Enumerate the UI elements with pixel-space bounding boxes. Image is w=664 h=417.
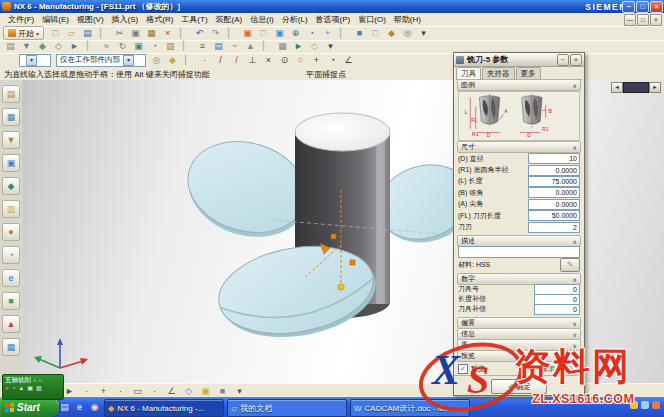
field-value-input[interactable]: 10 <box>528 153 580 164</box>
separator[interactable]: ▏ <box>336 26 351 40</box>
description-text-input[interactable] <box>458 246 580 258</box>
part-navigator-icon[interactable]: ▼ <box>2 131 20 149</box>
menu-item[interactable]: 文件(F) <box>4 14 38 25</box>
menu-item[interactable]: 信息(I) <box>246 14 278 25</box>
redo-icon[interactable]: ↷ <box>208 26 223 40</box>
measure-icon[interactable]: ∠ <box>164 384 179 398</box>
separator[interactable]: ▏ <box>176 26 191 40</box>
resize-icon[interactable]: ↔ <box>37 376 43 384</box>
zoom-icon[interactable]: ⊕ <box>288 26 303 40</box>
shaded-cube-icon[interactable]: ■ <box>215 384 230 398</box>
menu-item[interactable]: 编辑(E) <box>38 14 73 25</box>
scroll-left-button[interactable]: ◄ <box>611 82 623 93</box>
zoom-capture-icon[interactable]: ◔ <box>12 384 16 393</box>
tray-icon[interactable] <box>652 401 660 409</box>
scroll-right-button[interactable]: ► <box>649 82 661 93</box>
dialog-tab[interactable]: 更多 <box>516 67 541 79</box>
field-value-input[interactable]: 0 <box>534 304 580 315</box>
dialog-tab[interactable]: 刀具 <box>456 67 481 79</box>
show-desktop-icon[interactable]: ▤ <box>58 400 71 413</box>
snap-existing-point-icon[interactable]: + <box>309 53 324 67</box>
dialog-close-button[interactable]: × <box>570 54 582 66</box>
snap-settings-icon[interactable]: ◎ <box>149 53 164 67</box>
ok-button[interactable]: ✓ 确定 <box>491 379 547 394</box>
snap-quadrant-icon[interactable]: ○ <box>293 53 308 67</box>
screen-recorder-overlay[interactable]: 五轴铣削 ♪↔ ●◔▲▣▥ <box>2 374 64 400</box>
dropdown-dot-icon[interactable]: · <box>113 384 128 398</box>
roles-icon[interactable]: ▦ <box>2 338 20 356</box>
dialog-titlebar[interactable]: 铣刀-5 参数 − × <box>454 53 584 67</box>
reuse-library-icon[interactable]: ▥ <box>2 200 20 218</box>
separator[interactable]: ▏ <box>181 53 196 67</box>
save-icon[interactable]: ▤ <box>80 26 95 40</box>
field-value-input[interactable]: 0.0000 <box>528 165 580 176</box>
snap-angle-icon[interactable]: ∠ <box>341 53 356 67</box>
field-value-input[interactable]: 75.0000 <box>528 176 580 187</box>
field-value-input[interactable]: 50.0000 <box>528 210 580 221</box>
paste-icon[interactable]: ▦ <box>144 26 159 40</box>
verify-toolpath-icon[interactable]: ▣ <box>131 40 146 54</box>
field-value-input[interactable]: 0.0000 <box>528 187 580 198</box>
menu-item[interactable]: 窗口(O) <box>354 14 390 25</box>
cut-icon[interactable]: ✂ <box>112 26 127 40</box>
record-icon[interactable]: ● <box>5 384 9 393</box>
separator[interactable]: ▏ <box>224 26 239 40</box>
select-tool-icon[interactable]: ► <box>62 384 77 398</box>
windows-start-button[interactable]: Start <box>0 397 59 417</box>
show-preview-button[interactable]: ⊙ <box>558 362 580 376</box>
menu-item[interactable]: 格式(R) <box>142 14 177 25</box>
create-operation-icon[interactable]: ► <box>67 40 82 54</box>
mdi-restore-button[interactable]: □ <box>637 14 649 26</box>
undo-icon[interactable]: ↶ <box>192 26 207 40</box>
menu-item[interactable]: 分析(L) <box>278 14 312 25</box>
media-player-icon[interactable]: ◉ <box>88 400 101 413</box>
separator[interactable]: ▏ <box>83 40 98 54</box>
field-value-input[interactable]: 0.0000 <box>528 199 580 210</box>
snap-intersection-icon[interactable]: × <box>261 53 276 67</box>
shop-doc-icon[interactable]: ▤ <box>211 40 226 54</box>
window-icon[interactable]: □ <box>256 26 271 40</box>
taskbar-task-button[interactable]: ◆ NX 6 - Manufacturing -... <box>104 399 224 417</box>
wireframe-view-icon[interactable]: □ <box>368 26 383 40</box>
flag-icon[interactable]: ► <box>291 40 306 54</box>
toolpath-edit-icon[interactable]: ~ <box>227 40 242 54</box>
minimize-button[interactable]: − <box>622 1 635 13</box>
preview-section-header[interactable]: 预览 ∧ <box>457 350 581 362</box>
create-geometry-icon[interactable]: ◆ <box>35 40 50 54</box>
separator[interactable]: ▏ <box>179 40 194 54</box>
scroll-thumb[interactable] <box>623 82 649 93</box>
ie-browser-icon[interactable]: e <box>2 269 20 287</box>
dropdown-arrow-icon[interactable]: ▾ <box>232 384 247 398</box>
menu-item[interactable]: 插入(S) <box>108 14 143 25</box>
field-value-input[interactable]: 2 <box>528 222 580 233</box>
snap-point-tool-icon[interactable]: + <box>96 384 111 398</box>
machine-tool-icon[interactable]: ▲ <box>243 40 258 54</box>
menu-item[interactable]: 视图(V) <box>73 14 108 25</box>
tray-icon[interactable] <box>641 401 649 409</box>
screenshot-icon[interactable]: ▣ <box>240 26 255 40</box>
open-file-icon[interactable]: ▱ <box>64 26 79 40</box>
note-icon[interactable]: ♪ <box>33 376 36 384</box>
snap-midpoint-icon[interactable]: ⊥ <box>245 53 260 67</box>
copy-icon[interactable]: ▣ <box>128 26 143 40</box>
materials-icon[interactable]: ■ <box>2 292 20 310</box>
batch-icon[interactable]: ▦ <box>275 40 290 54</box>
dimensions-section-header[interactable]: 尺寸 ∧ <box>457 141 581 153</box>
dropdown-dot-icon[interactable]: · <box>147 384 162 398</box>
start-menu-button[interactable]: 开始 ▾ <box>3 26 44 40</box>
dialog-minimize-button[interactable]: − <box>557 54 569 66</box>
snap-endpoint-icon[interactable]: / <box>213 53 228 67</box>
legend-section-header[interactable]: 图例 ∧ <box>457 79 581 91</box>
maximize-button[interactable]: □ <box>636 1 649 13</box>
history-icon[interactable]: ◔ <box>2 246 20 264</box>
separator[interactable]: ▏ <box>259 40 274 54</box>
mdi-minimize-button[interactable]: — <box>624 14 636 26</box>
menu-item[interactable]: 工具(T) <box>177 14 211 25</box>
selection-scope-combo[interactable]: 仅在工作部件内部 ▾ <box>56 54 146 67</box>
create-method-icon[interactable]: ◇ <box>51 40 66 54</box>
simulate-icon[interactable]: ◔ <box>147 40 162 54</box>
process-studio-icon[interactable]: ▲ <box>2 315 20 333</box>
fit-view-icon[interactable]: ▣ <box>272 26 287 40</box>
create-tool-icon[interactable]: ▼ <box>19 40 34 54</box>
pan-icon[interactable]: + <box>320 26 335 40</box>
